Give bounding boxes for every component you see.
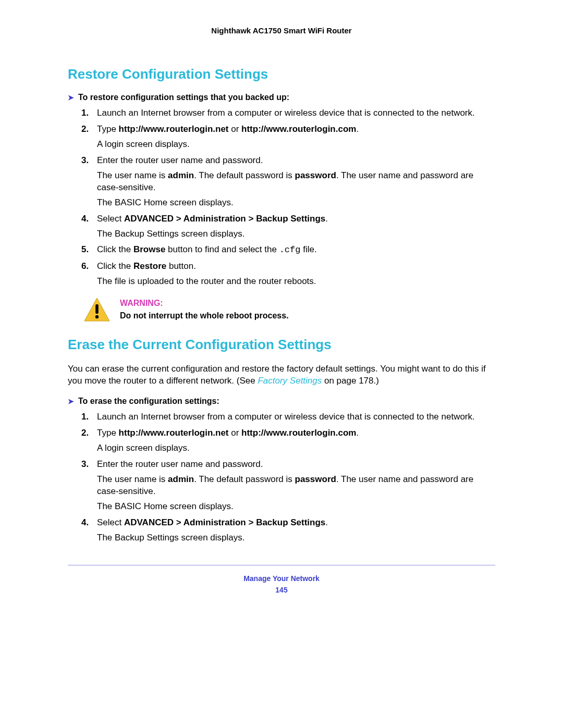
text: . — [356, 124, 359, 134]
text: Click the — [97, 261, 133, 271]
footer-page-number: 145 — [68, 584, 495, 596]
step-item: 3. Enter the router user name and passwo… — [81, 459, 495, 513]
url-text: http://www.routerlogin.com — [241, 124, 356, 134]
step-note: The user name is admin. The default pass… — [97, 474, 495, 498]
procedure-lead-erase: ➤To erase the configuration settings: — [68, 397, 495, 406]
step-item: 2. Type http://www.routerlogin.net or ht… — [81, 124, 495, 151]
url-text: http://www.routerlogin.net — [119, 428, 229, 438]
steps-erase: 1. Launch an Internet browser from a com… — [81, 411, 495, 544]
text: file. — [300, 244, 316, 254]
step-number: 5. — [81, 244, 89, 256]
text: Type — [97, 124, 119, 134]
url-text: http://www.routerlogin.net — [119, 124, 229, 134]
warning-icon — [83, 297, 111, 322]
step-number: 6. — [81, 261, 89, 273]
step-item: 4. Select ADVANCED > Administration > Ba… — [81, 517, 495, 544]
button-name: Restore — [133, 261, 166, 271]
text: The user name is — [97, 170, 168, 180]
steps-restore: 1. Launch an Internet browser from a com… — [81, 107, 495, 288]
text: . The default password is — [194, 474, 295, 484]
cross-reference-link[interactable]: Factory Settings — [258, 376, 322, 386]
step-text: Type http://www.routerlogin.net or http:… — [97, 124, 359, 134]
text: button to find and select the — [165, 244, 279, 254]
url-text: http://www.routerlogin.com — [241, 428, 356, 438]
warning-label: WARNING: — [120, 297, 289, 310]
warning-block: WARNING: Do not interrupt the whole rebo… — [83, 297, 495, 322]
text: . — [325, 517, 328, 527]
button-name: Browse — [133, 244, 165, 254]
text: . The default password is — [194, 170, 295, 180]
menu-path: ADVANCED > Administration > Backup Setti… — [124, 517, 325, 527]
procedure-lead-restore: ➤To restore configuration settings that … — [68, 93, 495, 102]
step-note: The file is uploaded to the router and t… — [97, 276, 495, 288]
step-number: 2. — [81, 124, 89, 135]
value-text: password — [295, 170, 336, 180]
procedure-lead-text: To erase the configuration settings: — [78, 397, 219, 405]
step-note: A login screen displays. — [97, 139, 495, 151]
step-note: The BASIC Home screen displays. — [97, 197, 495, 209]
arrow-icon: ➤ — [68, 397, 78, 405]
section-intro: You can erase the current configuration … — [68, 363, 495, 387]
step-note: The Backup Settings screen displays. — [97, 532, 495, 544]
step-text: Click the Browse button to find and sele… — [97, 244, 317, 254]
step-number: 1. — [81, 107, 89, 119]
step-item: 2. Type http://www.routerlogin.net or ht… — [81, 427, 495, 454]
procedure-lead-text: To restore configuration settings that y… — [78, 93, 289, 102]
footer-divider — [68, 565, 495, 565]
text: or — [229, 428, 242, 438]
filename: .cfg — [279, 245, 301, 255]
text: . — [325, 214, 328, 224]
step-note: The user name is admin. The default pass… — [97, 170, 495, 194]
step-item: 1. Launch an Internet browser from a com… — [81, 107, 495, 119]
section-heading-restore: Restore Configuration Settings — [68, 66, 495, 82]
step-number: 2. — [81, 427, 89, 439]
warning-body: Do not interrupt the whole reboot proces… — [120, 310, 289, 322]
text: . — [356, 428, 359, 438]
arrow-icon: ➤ — [68, 93, 78, 102]
document-header: Nighthawk AC1750 Smart WiFi Router — [68, 26, 495, 35]
step-text: Launch an Internet browser from a comput… — [97, 412, 475, 422]
menu-path: ADVANCED > Administration > Backup Setti… — [124, 214, 325, 224]
text: The user name is — [97, 474, 168, 484]
step-note: The Backup Settings screen displays. — [97, 228, 495, 240]
value-text: admin — [168, 170, 194, 180]
step-text: Select ADVANCED > Administration > Backu… — [97, 214, 328, 224]
step-number: 4. — [81, 213, 89, 225]
svg-rect-1 — [95, 304, 99, 314]
step-number: 3. — [81, 459, 89, 471]
step-item: 5. Click the Browse button to find and s… — [81, 244, 495, 256]
text: button. — [166, 261, 196, 271]
text: Select — [97, 214, 124, 224]
step-item: 3. Enter the router user name and passwo… — [81, 155, 495, 209]
step-text: Type http://www.routerlogin.net or http:… — [97, 428, 359, 438]
document-page: Nighthawk AC1750 Smart WiFi Router Resto… — [0, 0, 563, 616]
value-text: admin — [168, 474, 194, 484]
step-item: 4. Select ADVANCED > Administration > Ba… — [81, 213, 495, 240]
text: Click the — [97, 244, 133, 254]
step-item: 6. Click the Restore button. The file is… — [81, 261, 495, 288]
text: on page 178.) — [322, 376, 379, 386]
svg-point-2 — [95, 315, 99, 318]
step-item: 1. Launch an Internet browser from a com… — [81, 411, 495, 423]
text: Select — [97, 517, 124, 527]
warning-content: WARNING: Do not interrupt the whole rebo… — [120, 297, 289, 322]
step-text: Enter the router user name and password. — [97, 459, 263, 469]
step-number: 1. — [81, 411, 89, 423]
step-number: 4. — [81, 517, 89, 529]
step-text: Click the Restore button. — [97, 261, 196, 271]
page-footer: Manage Your Network 145 — [68, 573, 495, 596]
footer-chapter: Manage Your Network — [68, 573, 495, 584]
value-text: password — [295, 474, 336, 484]
text: Type — [97, 428, 119, 438]
step-number: 3. — [81, 155, 89, 167]
step-note: A login screen displays. — [97, 442, 495, 454]
text: or — [229, 124, 242, 134]
step-note: The BASIC Home screen displays. — [97, 501, 495, 513]
step-text: Select ADVANCED > Administration > Backu… — [97, 517, 328, 527]
section-heading-erase: Erase the Current Configuration Settings — [68, 337, 495, 353]
step-text: Launch an Internet browser from a comput… — [97, 108, 475, 118]
step-text: Enter the router user name and password. — [97, 155, 263, 165]
